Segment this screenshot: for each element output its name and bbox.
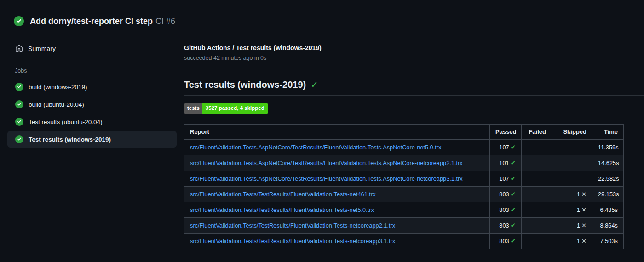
failed-cell: [522, 171, 552, 186]
test-results-table: Report Passed Failed Skipped Time src/Fl…: [184, 124, 624, 249]
header-divider: [184, 68, 644, 68]
sidebar: Summary Jobs build (windows-2019)build (…: [0, 28, 184, 148]
time-cell: 11.359s: [592, 139, 624, 155]
skipped-cell-value: 1: [577, 191, 580, 198]
section-heading: Test results (windows-2019) ✓: [184, 79, 644, 90]
skipped-cell: 1✕: [552, 186, 592, 202]
report-link[interactable]: src/FluentValidation.Tests/TestResults/F…: [190, 222, 484, 229]
passed-check-icon: ✔: [511, 238, 516, 245]
skipped-cell: [552, 155, 592, 171]
passed-cell-value: 803: [499, 191, 509, 198]
sidebar-item-summary[interactable]: Summary: [7, 40, 177, 57]
passed-cell: 803✔: [490, 186, 522, 202]
sidebar-job-item[interactable]: Test results (ubuntu-20.04): [7, 114, 177, 130]
table-row: src/FluentValidation.Tests/TestResults/F…: [184, 186, 624, 202]
passed-cell: 803✔: [490, 233, 522, 249]
time-value: 11.359s: [598, 144, 619, 151]
report-link[interactable]: src/FluentValidation.Tests/TestResults/F…: [190, 206, 484, 213]
job-item-label: build (windows-2019): [29, 84, 87, 91]
table-body: src/FluentValidation.Tests.AspNetCore/Te…: [184, 139, 624, 249]
skipped-cell: [552, 139, 592, 155]
time-cell: 29.153s: [592, 186, 624, 202]
run-success-check-icon: [14, 16, 24, 26]
skipped-cell: 1✕: [552, 202, 592, 217]
time-value: 22.582s: [598, 175, 619, 182]
job-item-label: Test results (windows-2019): [29, 136, 111, 143]
skipped-cell-value: 1: [577, 222, 580, 229]
table-row: src/FluentValidation.Tests/TestResults/F…: [184, 233, 624, 249]
sidebar-job-item[interactable]: Test results (windows-2019): [7, 131, 177, 148]
sidebar-job-item[interactable]: build (windows-2019): [7, 79, 177, 95]
table-row: src/FluentValidation.Tests/TestResults/F…: [184, 202, 624, 217]
time-cell: 6.485s: [592, 202, 624, 217]
section-divider: [184, 95, 644, 96]
passed-check-icon: ✔: [511, 191, 516, 198]
skipped-x-icon: ✕: [581, 222, 586, 229]
jobs-section-label: Jobs: [15, 68, 184, 74]
job-item-label: build (ubuntu-20.04): [29, 101, 84, 108]
time-value: 6.485s: [600, 206, 618, 213]
home-icon: [15, 45, 23, 52]
failed-cell: [522, 155, 552, 171]
failed-cell: [522, 202, 552, 217]
job-status-text: succeeded 42 minutes ago in 0s: [184, 55, 644, 61]
time-value: 29.153s: [598, 191, 619, 198]
job-success-check-icon: [15, 100, 23, 108]
skipped-cell: 1✕: [552, 233, 592, 249]
failed-cell: [522, 186, 552, 202]
passed-check-icon: ✔: [511, 206, 516, 213]
report-link[interactable]: src/FluentValidation.Tests/TestResults/F…: [190, 191, 484, 198]
run-number: CI #6: [155, 17, 175, 26]
passed-check-icon: ✔: [511, 159, 516, 166]
summary-label: Summary: [28, 45, 56, 52]
passed-cell-value: 101: [499, 159, 509, 166]
job-item-label: Test results (ubuntu-20.04): [29, 119, 103, 125]
column-header-passed: Passed: [490, 124, 522, 139]
job-list: build (windows-2019)build (ubuntu-20.04)…: [0, 79, 184, 148]
passed-cell-value: 107: [499, 175, 509, 182]
job-success-check-icon: [15, 83, 23, 91]
failed-cell: [522, 139, 552, 155]
failed-cell: [522, 233, 552, 249]
skipped-x-icon: ✕: [581, 238, 586, 245]
passed-check-icon: ✔: [511, 175, 516, 182]
report-link[interactable]: src/FluentValidation.Tests/TestResults/F…: [190, 238, 484, 245]
job-success-check-icon: [15, 118, 23, 126]
job-title: GitHub Actions / Test results (windows-2…: [184, 44, 644, 51]
run-title-line: Add dorny/test-reporter CI stepCI #6: [30, 17, 175, 26]
section-title: Test results (windows-2019): [184, 80, 306, 90]
time-cell: 22.582s: [592, 171, 624, 186]
passed-cell: 107✔: [490, 139, 522, 155]
passed-cell: 803✔: [490, 202, 522, 217]
workflow-run-page: Add dorny/test-reporter CI stepCI #6 Sum…: [0, 0, 644, 262]
skipped-cell-value: 1: [577, 206, 580, 213]
table-row: src/FluentValidation.Tests/TestResults/F…: [184, 217, 624, 233]
main-content: GitHub Actions / Test results (windows-2…: [184, 28, 644, 249]
section-success-check-icon: ✓: [310, 79, 318, 90]
failed-cell: [522, 217, 552, 233]
passed-cell-value: 803: [499, 222, 509, 229]
passed-check-icon: ✔: [511, 222, 516, 229]
skipped-cell: 1✕: [552, 217, 592, 233]
time-cell: 14.625s: [592, 155, 624, 171]
time-cell: 7.503s: [592, 233, 624, 249]
passed-cell: 107✔: [490, 171, 522, 186]
passed-cell: 803✔: [490, 217, 522, 233]
passed-cell: 101✔: [490, 155, 522, 171]
passed-cell-value: 107: [499, 144, 509, 151]
sidebar-job-item[interactable]: build (ubuntu-20.04): [7, 96, 177, 113]
job-success-check-icon: [15, 135, 23, 143]
time-value: 7.503s: [600, 238, 618, 245]
run-title: Add dorny/test-reporter CI step: [30, 17, 153, 26]
column-header-skipped: Skipped: [552, 124, 592, 139]
table-row: src/FluentValidation.Tests.AspNetCore/Te…: [184, 171, 624, 186]
report-link[interactable]: src/FluentValidation.Tests.AspNetCore/Te…: [190, 159, 484, 166]
skipped-x-icon: ✕: [581, 206, 586, 213]
column-header-report: Report: [184, 124, 490, 139]
report-link[interactable]: src/FluentValidation.Tests.AspNetCore/Te…: [190, 175, 484, 182]
passed-cell-value: 803: [499, 206, 509, 213]
table-row: src/FluentValidation.Tests.AspNetCore/Te…: [184, 139, 624, 155]
passed-check-icon: ✔: [511, 144, 516, 151]
report-link[interactable]: src/FluentValidation.Tests.AspNetCore/Te…: [190, 144, 484, 151]
skipped-cell-value: 1: [577, 238, 580, 245]
